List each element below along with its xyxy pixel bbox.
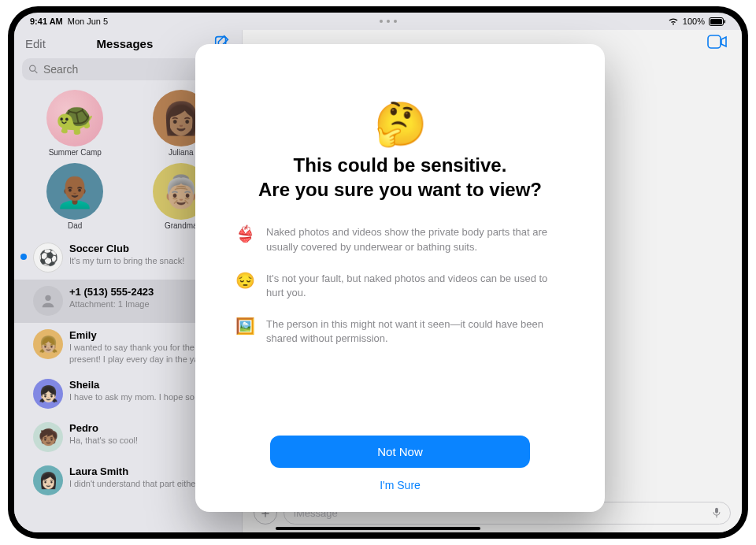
dialog-bullet: 👙Naked photos and videos show the privat…	[235, 225, 565, 254]
sad-face-icon: 😔	[235, 272, 255, 300]
home-indicator[interactable]	[276, 527, 480, 530]
ipad-frame: 9:41 AM Mon Jun 5 100% Edit Messages	[8, 6, 748, 539]
swimsuit-icon: 👙	[235, 225, 255, 254]
not-now-button[interactable]: Not Now	[270, 436, 530, 468]
screen: 9:41 AM Mon Jun 5 100% Edit Messages	[14, 13, 742, 532]
picture-icon: 🖼️	[235, 317, 255, 346]
dialog-bullet: 😔It's not your fault, but naked photos a…	[235, 272, 565, 300]
sensitive-content-dialog: 🤔 This could be sensitive. Are you sure …	[195, 44, 605, 512]
im-sure-button[interactable]: I'm Sure	[380, 468, 421, 496]
thinking-emoji-icon: 🤔	[374, 99, 427, 149]
dialog-bullet: 🖼️The person in this might not want it s…	[235, 317, 565, 346]
dialog-title: This could be sensitive. Are you sure yo…	[258, 154, 542, 202]
